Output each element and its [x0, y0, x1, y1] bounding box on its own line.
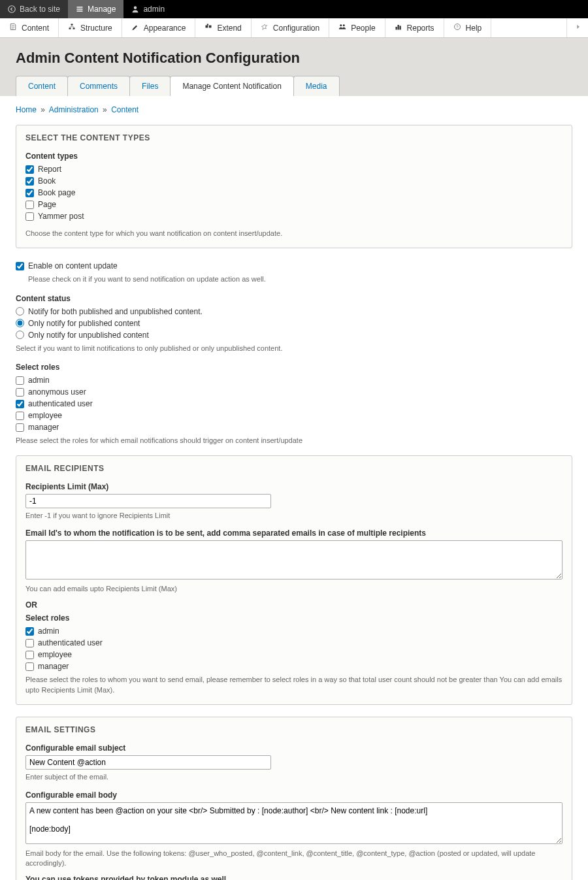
recipient-roles-desc: Please select the roles to whom you want… [25, 675, 563, 695]
menu-structure[interactable]: Structure [59, 18, 122, 37]
svg-point-1 [134, 7, 137, 10]
svg-rect-10 [395, 27, 397, 30]
admin-menu: Content Structure Appearance Extend Conf… [0, 18, 588, 38]
tab-media[interactable]: Media [293, 76, 340, 96]
menu-appearance[interactable]: Appearance [122, 18, 196, 37]
tab-comments[interactable]: Comments [67, 76, 130, 96]
svg-rect-3 [69, 28, 71, 29]
help-icon: ? [453, 23, 461, 33]
content-icon [9, 23, 17, 33]
breadcrumb-content[interactable]: Content [111, 105, 139, 114]
breadcrumb-home[interactable]: Home [16, 105, 37, 114]
emails-textarea[interactable] [25, 540, 563, 579]
ct-book-page-checkbox[interactable] [25, 189, 34, 197]
svg-rect-4 [73, 28, 75, 29]
select-roles-label: Select roles [16, 363, 572, 372]
enable-update-checkbox[interactable] [16, 262, 24, 270]
emails-label: Email Id's to whom the notification is t… [25, 529, 563, 538]
configuration-icon [261, 23, 269, 33]
manage-toggle[interactable]: Manage [68, 0, 123, 18]
tab-manage-content-notification[interactable]: Manage Content Notification [170, 76, 293, 96]
select-roles-section: Select roles admin anonymous user authen… [16, 363, 572, 446]
recipients-limit-label: Recipients Limit (Max) [25, 482, 563, 491]
email-recipients-fieldset: Email Recipients Recipients Limit (Max) … [16, 455, 572, 706]
menu-reports[interactable]: Reports [385, 18, 444, 37]
role-admin-checkbox[interactable] [16, 376, 24, 385]
page-header: Admin Content Notification Configuration… [0, 38, 588, 96]
body-label: Configurable email body [25, 790, 563, 800]
page-title: Admin Content Notification Configuration [16, 50, 572, 67]
emails-desc: You can add emails upto Recipients Limit… [25, 584, 563, 594]
appearance-icon [131, 23, 139, 33]
svg-point-0 [8, 6, 16, 13]
breadcrumb: Home » Administration » Content [16, 105, 572, 114]
recipients-limit-desc: Enter -1 if you want to ignore Recipient… [25, 511, 563, 521]
menu-content[interactable]: Content [0, 18, 59, 37]
breadcrumb-administration[interactable]: Administration [49, 105, 99, 114]
subject-label: Configurable email subject [25, 743, 563, 753]
content-types-legend: Select the content types [16, 125, 572, 148]
enable-update-desc: Please check on it if you want to send n… [28, 274, 572, 284]
content-types-label: Content types [25, 152, 563, 161]
svg-text:?: ? [456, 25, 459, 29]
ct-book-checkbox[interactable] [25, 177, 34, 186]
svg-point-8 [340, 24, 342, 26]
subject-desc: Enter subject of the email. [25, 772, 563, 782]
svg-rect-6 [209, 25, 212, 28]
svg-rect-12 [399, 26, 400, 30]
role-authenticated-checkbox[interactable] [16, 400, 24, 408]
top-toolbar: Back to site Manage admin [0, 0, 588, 18]
role-employee-checkbox[interactable] [16, 412, 24, 420]
svg-rect-7 [207, 24, 208, 25]
extend-icon [204, 23, 212, 33]
ct-report-checkbox[interactable] [25, 165, 34, 174]
content-status-section: Content status Notify for both published… [16, 294, 572, 353]
enable-update-section: Enable on content update Please check on… [16, 260, 572, 284]
recip-role-manager-checkbox[interactable] [25, 662, 34, 671]
recip-role-employee-checkbox[interactable] [25, 651, 34, 659]
cs-unpublished-radio[interactable] [16, 331, 24, 339]
select-roles-desc: Please select the roles for which email … [16, 436, 572, 446]
cs-both-radio[interactable] [16, 307, 24, 316]
tokens-note: You can use tokens provided by token mod… [25, 875, 563, 880]
cs-published-radio[interactable] [16, 319, 24, 327]
svg-rect-5 [206, 25, 208, 28]
subject-input[interactable] [25, 755, 271, 770]
menu-help[interactable]: ? Help [444, 18, 492, 37]
hamburger-icon [76, 5, 84, 13]
or-label: OR [25, 600, 563, 610]
content-area: Home » Administration » Content Select t… [0, 96, 588, 880]
user-label: admin [143, 5, 165, 14]
recipients-limit-input[interactable] [25, 494, 271, 508]
role-manager-checkbox[interactable] [16, 423, 24, 432]
menu-collapse[interactable] [566, 18, 588, 37]
back-to-site[interactable]: Back to site [0, 0, 68, 18]
manage-label: Manage [88, 5, 116, 14]
content-types-desc: Choose the content type for which you wa… [25, 229, 563, 238]
content-status-label: Content status [16, 294, 572, 303]
reports-icon [395, 23, 402, 33]
email-settings-legend: Email Settings [16, 717, 572, 740]
recipient-roles-label: Select roles [25, 613, 563, 623]
menu-extend[interactable]: Extend [195, 18, 251, 37]
tab-content[interactable]: Content [16, 76, 68, 96]
tab-files[interactable]: Files [129, 76, 171, 96]
ct-yammer-checkbox[interactable] [25, 212, 34, 221]
content-types-fieldset: Select the content types Content types R… [16, 125, 572, 248]
body-textarea[interactable] [25, 802, 563, 844]
people-icon [338, 23, 346, 33]
svg-rect-11 [397, 25, 399, 30]
role-anonymous-checkbox[interactable] [16, 388, 24, 397]
recip-role-authenticated-checkbox[interactable] [25, 639, 34, 647]
svg-point-9 [343, 24, 345, 26]
ct-page-checkbox[interactable] [25, 201, 34, 209]
user-menu[interactable]: admin [123, 0, 172, 18]
recip-role-admin-checkbox[interactable] [25, 627, 34, 636]
structure-icon [68, 23, 76, 33]
back-arrow-icon [8, 5, 16, 13]
collapse-icon [574, 23, 581, 33]
svg-rect-2 [71, 24, 73, 25]
menu-people[interactable]: People [329, 18, 385, 37]
email-settings-fieldset: Email Settings Configurable email subjec… [16, 717, 572, 880]
menu-configuration[interactable]: Configuration [252, 18, 329, 37]
